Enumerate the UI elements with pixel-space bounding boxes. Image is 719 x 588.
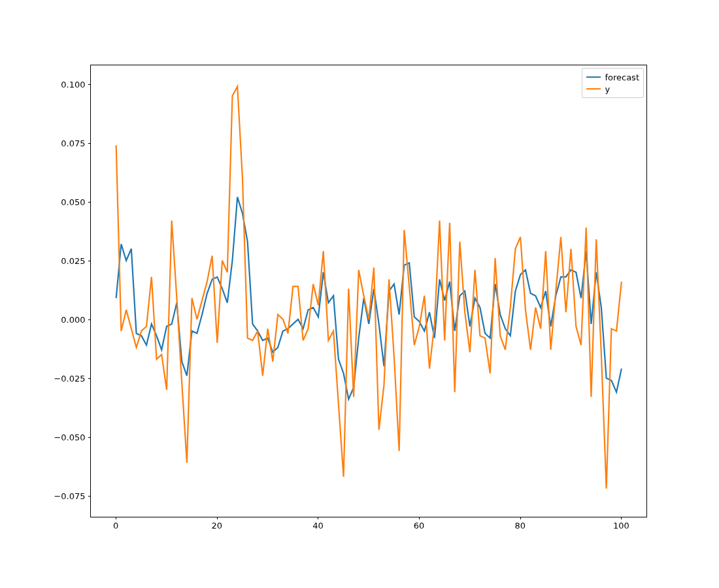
legend: forecast y bbox=[582, 68, 644, 98]
y-tick-label: 0.000 bbox=[61, 314, 85, 324]
figure: forecast y 020406080100 −0.075−0.050−0.0… bbox=[0, 0, 719, 588]
y-tick-label: 0.100 bbox=[61, 79, 85, 89]
legend-entry-forecast: forecast bbox=[586, 71, 639, 83]
y-tick-mark bbox=[88, 378, 91, 379]
y-tick-label: 0.050 bbox=[61, 197, 85, 206]
legend-label-y: y bbox=[605, 84, 610, 94]
x-tick-mark bbox=[621, 517, 622, 519]
y-tick-mark bbox=[88, 261, 91, 261]
line-y bbox=[116, 86, 621, 488]
legend-entry-y: y bbox=[586, 83, 639, 95]
x-tick-mark bbox=[116, 517, 116, 519]
plot-area bbox=[91, 65, 647, 517]
x-tick-mark bbox=[520, 517, 521, 519]
y-tick-label: 0.075 bbox=[61, 138, 85, 148]
legend-swatch-forecast bbox=[586, 76, 601, 78]
y-tick-label: −0.050 bbox=[54, 432, 85, 442]
y-tick-mark bbox=[88, 319, 91, 320]
legend-label-forecast: forecast bbox=[605, 73, 639, 82]
x-tick-label: 40 bbox=[312, 521, 324, 531]
y-tick-label: −0.075 bbox=[54, 491, 85, 500]
x-tick-mark bbox=[217, 517, 218, 519]
y-tick-label: −0.025 bbox=[54, 373, 85, 383]
axes: forecast y 020406080100 −0.075−0.050−0.0… bbox=[90, 65, 648, 517]
y-tick-label: 0.025 bbox=[61, 255, 85, 265]
legend-swatch-y bbox=[586, 88, 601, 90]
y-tick-mark bbox=[88, 84, 91, 85]
x-tick-mark bbox=[318, 517, 318, 519]
x-tick-label: 0 bbox=[113, 521, 118, 531]
y-tick-mark bbox=[88, 202, 91, 203]
y-tick-mark bbox=[88, 496, 91, 497]
y-tick-mark bbox=[88, 437, 91, 438]
x-tick-label: 100 bbox=[613, 521, 629, 531]
x-tick-label: 80 bbox=[514, 521, 526, 531]
x-tick-mark bbox=[419, 517, 420, 519]
x-tick-label: 20 bbox=[212, 521, 223, 531]
x-tick-label: 60 bbox=[414, 521, 425, 531]
y-tick-mark bbox=[88, 143, 91, 144]
